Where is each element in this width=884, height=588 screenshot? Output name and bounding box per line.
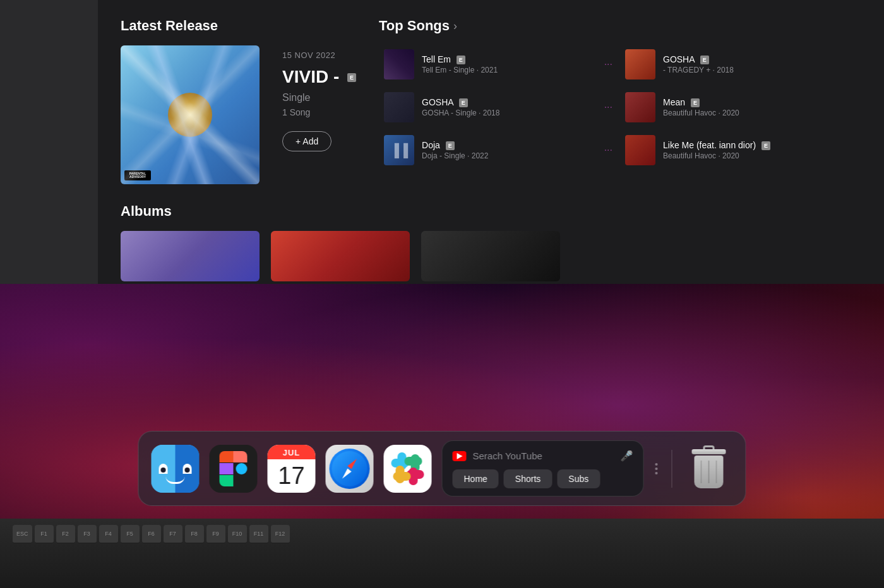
key-f4[interactable]: F4 <box>99 525 118 544</box>
key-f11[interactable]: F11 <box>249 525 268 544</box>
key-f10[interactable]: F10 <box>228 525 247 544</box>
add-button[interactable]: + Add <box>282 131 332 151</box>
song-subtitle-tell-em: Tell Em - Single · 2021 <box>422 66 594 74</box>
dock: JUL 17 <box>138 431 746 506</box>
trash-icon[interactable] <box>685 445 733 493</box>
albums-grid <box>121 231 861 281</box>
youtube-widget: Serach YouTube 🎤 Home Shorts Subs <box>442 440 644 497</box>
yt-search-placeholder[interactable]: Serach YouTube <box>473 450 614 461</box>
desktop-section: JUL 17 <box>0 284 884 588</box>
explicit-like-me: E <box>762 141 770 150</box>
key-f6[interactable]: F6 <box>142 525 161 544</box>
dock-dot-1 <box>655 463 658 466</box>
fig-mid-left <box>220 463 234 474</box>
trash-can <box>695 456 724 488</box>
vivid-album-cover[interactable]: PARENTAL ADVISORY <box>121 45 260 184</box>
top-songs-title: Top Songs <box>379 18 450 34</box>
album-thumb-1[interactable] <box>121 231 260 281</box>
song-count: 1 Song <box>282 107 356 117</box>
songs-grid: Tell Em E Tell Em - Single · 2021 ··· <box>379 43 861 172</box>
yt-shorts-button[interactable]: Shorts <box>504 469 552 488</box>
key-f8[interactable]: F8 <box>185 525 204 544</box>
release-name: VIVID - E <box>282 66 356 88</box>
song-thumb-gosha-left <box>384 92 414 122</box>
release-info: 15 NOV 2022 VIVID - E Single 1 Song + Ad… <box>282 18 356 184</box>
song-info-gosha-left: GOSHA E GOSHA - Single · 2018 <box>422 97 594 117</box>
dock-dot-3 <box>655 472 658 474</box>
microphone-icon[interactable]: 🎤 <box>621 450 633 462</box>
song-subtitle-gosha-left: GOSHA - Single · 2018 <box>422 109 594 117</box>
song-row-tell-em[interactable]: Tell Em E Tell Em - Single · 2021 ··· <box>379 43 620 86</box>
key-f5[interactable]: F5 <box>121 525 140 544</box>
figma-logo <box>220 451 248 486</box>
dock-container: JUL 17 <box>138 431 746 506</box>
song-subtitle-gosha-right: - TRAGEDY + · 2018 <box>663 66 856 74</box>
albums-section: Albums <box>121 203 861 281</box>
explicit-doja: E <box>446 141 455 150</box>
song-info-gosha-right: GOSHA E - TRAGEDY + · 2018 <box>663 54 856 74</box>
song-title-tell-em: Tell Em E <box>422 54 594 64</box>
fig-bot-left <box>220 475 234 486</box>
keyboard-area: ESC F1 F2 F3 F4 F5 F6 F7 F8 F9 F10 F11 F… <box>0 519 884 588</box>
song-title-doja: Doja E <box>422 140 594 150</box>
more-btn-tell-em[interactable]: ··· <box>602 56 615 73</box>
key-f1[interactable]: F1 <box>35 525 54 544</box>
calendar-day: 17 <box>278 459 304 493</box>
song-subtitle-doja: Doja - Single · 2022 <box>422 151 594 160</box>
sidebar <box>0 0 98 284</box>
yt-subs-button[interactable]: Subs <box>557 469 600 488</box>
explicit-mean: E <box>691 98 700 107</box>
slack-icon[interactable] <box>384 445 432 493</box>
album-thumb-3[interactable] <box>421 231 560 281</box>
calendar-icon[interactable]: JUL 17 <box>268 445 316 493</box>
key-esc[interactable]: ESC <box>13 525 32 544</box>
yt-home-button[interactable]: Home <box>453 469 499 488</box>
top-songs-chevron[interactable]: › <box>453 20 457 33</box>
main-content: Latest Release PARENTAL ADVISORY 15 NOV … <box>98 0 884 284</box>
song-title-mean: Mean E <box>663 97 856 107</box>
song-info-like-me: Like Me (feat. iann dior) E Beautiful Ha… <box>663 140 856 160</box>
yt-play-triangle <box>457 453 462 459</box>
finder-right <box>176 445 200 493</box>
song-thumb-mean <box>625 92 655 122</box>
latest-release-section: Latest Release PARENTAL ADVISORY 15 NOV … <box>121 18 861 184</box>
song-row-mean[interactable]: Mean E Beautiful Havoc · 2020 <box>620 86 861 129</box>
song-info-tell-em: Tell Em E Tell Em - Single · 2021 <box>422 54 594 74</box>
songs-right-column: GOSHA E - TRAGEDY + · 2018 Mean <box>620 43 861 172</box>
slack-logo <box>391 452 424 485</box>
vivid-cover-art: PARENTAL ADVISORY <box>121 45 260 184</box>
dock-separator <box>672 450 672 488</box>
safari-compass <box>330 449 370 489</box>
song-thumb-tell-em <box>384 49 414 79</box>
youtube-logo-icon <box>453 451 467 461</box>
song-title-gosha-right: GOSHA E <box>663 54 856 64</box>
safari-icon[interactable] <box>326 445 374 493</box>
key-f7[interactable]: F7 <box>164 525 182 544</box>
song-title-gosha-left: GOSHA E <box>422 97 594 107</box>
figma-icon[interactable] <box>210 445 258 493</box>
dock-dots <box>654 463 659 474</box>
explicit-gosha-left: E <box>459 98 468 107</box>
key-f12[interactable]: F12 <box>271 525 290 544</box>
fig-top-right <box>234 451 248 462</box>
finder-face <box>152 445 200 493</box>
top-songs-header: Top Songs › <box>379 18 861 34</box>
trash-body <box>692 449 726 488</box>
song-row-doja[interactable]: Doja E Doja - Single · 2022 ··· <box>379 129 620 172</box>
songs-left-column: Tell Em E Tell Em - Single · 2021 ··· <box>379 43 620 172</box>
finder-icon[interactable] <box>152 445 200 493</box>
compass-needle-red <box>347 457 359 469</box>
song-row-gosha-right[interactable]: GOSHA E - TRAGEDY + · 2018 <box>620 43 861 86</box>
key-f3[interactable]: F3 <box>78 525 97 544</box>
song-row-gosha-left[interactable]: GOSHA E GOSHA - Single · 2018 ··· <box>379 86 620 129</box>
key-f9[interactable]: F9 <box>206 525 225 544</box>
song-row-like-me[interactable]: Like Me (feat. iann dior) E Beautiful Ha… <box>620 129 861 172</box>
more-btn-gosha-left[interactable]: ··· <box>602 99 615 115</box>
song-thumb-doja <box>384 135 414 165</box>
album-thumb-2[interactable] <box>271 231 410 281</box>
albums-title: Albums <box>121 203 861 220</box>
music-app: Latest Release PARENTAL ADVISORY 15 NOV … <box>0 0 884 284</box>
key-f2[interactable]: F2 <box>56 525 75 544</box>
song-thumb-gosha-right <box>625 49 655 79</box>
more-btn-doja[interactable]: ··· <box>602 142 615 158</box>
